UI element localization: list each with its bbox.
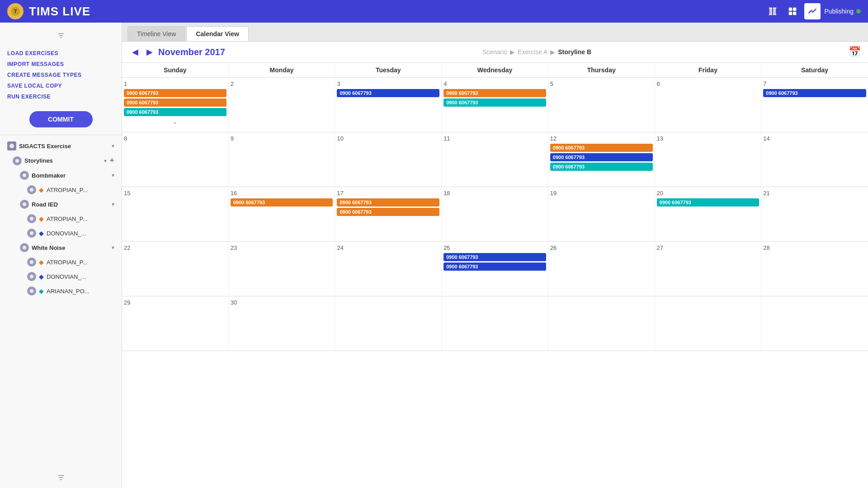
cal-event-0-2-0[interactable]: 0900 6067793: [337, 89, 439, 97]
cal-cell-3-6[interactable]: 28: [761, 242, 868, 296]
cal-cell-2-4[interactable]: 19: [548, 187, 655, 241]
sidebar-item-sigacts-exercise[interactable]: SIGACTS Exercise ▾: [4, 139, 118, 153]
cal-cell-2-1[interactable]: 160900 6067793: [229, 187, 335, 241]
sidebar-run-exercise[interactable]: RUN EXERCISE: [7, 91, 114, 102]
cal-cell-1-4[interactable]: 120900 60677930900 60677930900 6067793: [548, 132, 655, 187]
sidebar-item-storylines[interactable]: Storylines ▾ +: [4, 153, 118, 168]
cal-cell-3-2[interactable]: 24: [335, 242, 442, 296]
cal-event-2-1-0[interactable]: 0900 6067793: [231, 198, 333, 206]
commit-button[interactable]: COMMIT: [29, 111, 93, 127]
cal-cell-0-3[interactable]: 40900 60677930900 6067793: [442, 78, 548, 132]
current-month: November 2017: [158, 47, 225, 57]
breadcrumb: Scenario ▶ Exercise A ▶ Storyline B: [482, 48, 591, 56]
cal-event-3-3-1[interactable]: 0900 6067793: [443, 263, 546, 271]
cal-cell-2-5[interactable]: 200900 6067793: [655, 187, 762, 241]
cal-event-2-2-1[interactable]: 0900 6067793: [337, 208, 439, 216]
cal-date-3-5: 27: [657, 244, 760, 251]
sidebar-item-road-ied[interactable]: Road IED ▾: [4, 197, 118, 211]
svg-rect-3: [793, 8, 796, 11]
sidebar-import-messages[interactable]: IMPORT MESSAGES: [7, 59, 114, 70]
cal-cell-4-3[interactable]: [442, 296, 548, 351]
cal-date-0-3: 4: [443, 80, 546, 87]
cal-cell-3-1[interactable]: 23: [229, 242, 335, 296]
svg-point-15: [30, 275, 33, 278]
cal-cell-3-4[interactable]: 26: [548, 242, 655, 296]
sidebar-item-donovian-wn[interactable]: ◆ DONOVIAN_...: [4, 269, 118, 284]
tab-timeline[interactable]: Timeline View: [127, 26, 185, 41]
cal-event-0-3-1[interactable]: 0900 6067793: [443, 99, 546, 107]
sidebar-save-local-copy[interactable]: SAVE LOCAL COPY: [7, 80, 114, 91]
cal-cell-4-2[interactable]: [335, 296, 442, 351]
cal-cell-4-1[interactable]: 30: [229, 296, 335, 351]
bombmaker-icon: [20, 171, 29, 180]
sidebar-item-atropian-bm[interactable]: ◆ ATROPIAN_P...: [4, 183, 118, 197]
cal-cell-2-2[interactable]: 170900 60677930900 6067793: [335, 187, 442, 241]
cal-event-0-6-0[interactable]: 0900 6067793: [763, 89, 866, 97]
cal-cell-1-6[interactable]: 14: [761, 132, 868, 187]
cal-cell-0-4[interactable]: 5: [548, 78, 655, 132]
sidebar-item-arianan-po[interactable]: ◆ ARIANAN_PO...: [4, 284, 118, 298]
day-header-thursday: Thursday: [548, 63, 655, 77]
sidebar-item-atropian-wn[interactable]: ◆ ATROPIAN_P...: [4, 255, 118, 269]
publishing-dot: [856, 9, 861, 14]
cal-cell-4-4[interactable]: [548, 296, 655, 351]
atropian-wn-icon: [27, 258, 36, 267]
cal-event-0-0-2[interactable]: 0900 6067793: [124, 108, 226, 116]
filter-button[interactable]: [54, 29, 68, 42]
cal-cell-4-0[interactable]: 29: [122, 296, 229, 351]
cal-cell-0-1[interactable]: 2: [229, 78, 335, 132]
sidebar-create-message-types[interactable]: CREATE MESSAGE TYPES: [7, 70, 114, 80]
diamond-teal-icon: ◆: [39, 287, 44, 295]
cal-event-2-5-0[interactable]: 0900 6067793: [657, 198, 760, 206]
cal-cell-3-5[interactable]: 27: [655, 242, 762, 296]
cal-event-0-3-0[interactable]: 0900 6067793: [443, 89, 546, 97]
diamond-orange-icon: ◆: [39, 186, 44, 193]
cal-event-1-4-1[interactable]: 0900 6067793: [550, 153, 653, 161]
cal-cell-1-2[interactable]: 10: [335, 132, 442, 187]
expand-button-0-0[interactable]: ⌄: [124, 118, 226, 125]
cal-event-1-4-0[interactable]: 0900 6067793: [550, 144, 653, 152]
storylines-icon: [13, 156, 22, 165]
cal-cell-0-0[interactable]: 10900 60677930900 60677930900 6067793⌄: [122, 78, 229, 132]
cal-event-1-4-2[interactable]: 0900 6067793: [550, 163, 653, 171]
exercise-label: SIGACTS Exercise: [19, 143, 109, 150]
cal-cell-1-5[interactable]: 13: [655, 132, 762, 187]
sidebar-settings-button[interactable]: [54, 471, 68, 484]
prev-month-button[interactable]: ◀: [129, 46, 141, 58]
cal-event-0-0-0[interactable]: 0900 6067793: [124, 89, 226, 97]
sidebar-item-atropian-ri[interactable]: ◆ ATROPIAN_P...: [4, 211, 118, 226]
cal-event-3-3-0[interactable]: 0900 6067793: [443, 253, 546, 261]
cal-date-0-4: 5: [550, 80, 653, 87]
cal-event-0-0-1[interactable]: 0900 6067793: [124, 99, 226, 107]
cal-cell-3-0[interactable]: 22: [122, 242, 229, 296]
cal-cell-1-0[interactable]: 8: [122, 132, 229, 187]
cal-date-2-4: 19: [550, 190, 653, 197]
tab-calendar[interactable]: Calendar View: [186, 26, 248, 41]
cal-cell-1-1[interactable]: 9: [229, 132, 335, 187]
cal-cell-2-0[interactable]: 15: [122, 187, 229, 241]
calendar-picker-button[interactable]: 📅: [849, 46, 861, 58]
cal-cell-1-3[interactable]: 11: [442, 132, 548, 187]
cal-cell-2-3[interactable]: 18: [442, 187, 548, 241]
chart-icon-button[interactable]: [804, 3, 821, 19]
grid-icon-button[interactable]: [784, 3, 801, 19]
cal-date-0-5: 6: [657, 80, 760, 87]
sidebar-item-donovian-ri[interactable]: ◆ DONOVIAN_...: [4, 226, 118, 240]
book-icon-button[interactable]: [764, 3, 781, 19]
atropian-wn-label: ATROPIAN_P...: [47, 259, 114, 266]
cal-event-2-2-0[interactable]: 0900 6067793: [337, 198, 439, 206]
cal-cell-3-3[interactable]: 250900 60677930900 6067793: [442, 242, 548, 296]
cal-cell-4-5[interactable]: [655, 296, 762, 351]
sidebar-item-bombmaker[interactable]: Bombmaker ▾: [4, 168, 118, 183]
cal-cell-2-6[interactable]: 21: [761, 187, 868, 241]
sidebar-load-exercises[interactable]: LOAD EXERCISES: [7, 48, 114, 59]
sidebar-item-white-noise[interactable]: White Noise ▾: [4, 240, 118, 255]
week-row-0: 10900 60677930900 60677930900 6067793⌄23…: [122, 78, 868, 132]
cal-cell-0-6[interactable]: 70900 6067793: [761, 78, 868, 132]
svg-point-6: [9, 144, 14, 148]
cal-cell-0-5[interactable]: 6: [655, 78, 762, 132]
add-storyline-button[interactable]: +: [109, 156, 114, 165]
cal-cell-0-2[interactable]: 30900 6067793: [335, 78, 442, 132]
next-month-button[interactable]: ▶: [144, 46, 156, 58]
cal-cell-4-6[interactable]: [761, 296, 868, 351]
